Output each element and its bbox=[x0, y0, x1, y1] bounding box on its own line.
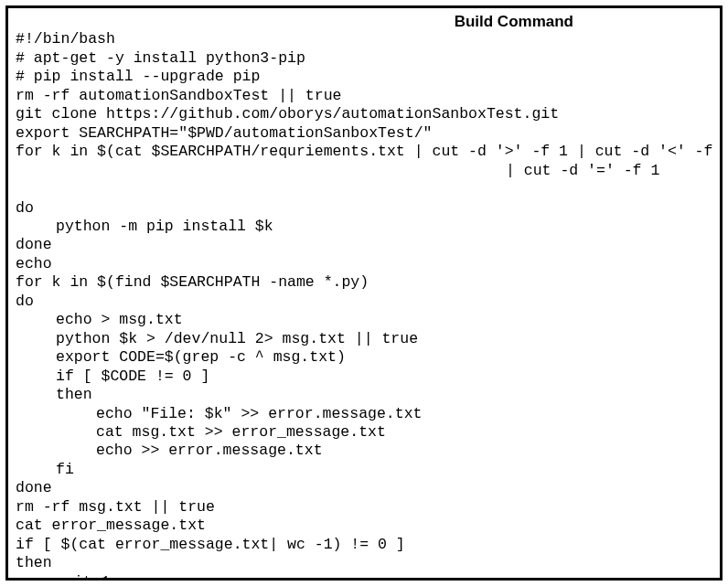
code-line: then bbox=[16, 554, 52, 571]
code-line: rm -rf automationSandboxTest || true bbox=[16, 87, 341, 104]
code-line: done bbox=[16, 236, 52, 253]
code-line: echo bbox=[16, 255, 52, 272]
panel-title: Build Command bbox=[455, 12, 573, 31]
code-line: if [ $(cat error_message.txt| wc -1) != … bbox=[16, 536, 405, 553]
code-line: done bbox=[16, 479, 52, 496]
code-line: for k in $(find $SEARCHPATH -name *.py) bbox=[16, 273, 369, 291]
code-line: do bbox=[16, 293, 34, 310]
code-line: rm -rf msg.txt || true bbox=[16, 498, 215, 516]
code-line: fi bbox=[16, 461, 74, 478]
code-line: python -m pip install $k bbox=[16, 218, 273, 235]
code-line: then bbox=[16, 386, 92, 403]
code-block: #!/bin/bash # apt-get -y install python3… bbox=[16, 12, 712, 581]
code-line: python $k > /dev/null 2> msg.txt || true bbox=[16, 330, 418, 347]
code-line: if [ $CODE != 0 ] bbox=[16, 368, 209, 385]
code-line: exit 1 bbox=[16, 573, 110, 581]
code-line: echo >> error.message.txt bbox=[16, 442, 323, 459]
code-line: # apt-get -y install python3-pip bbox=[16, 49, 305, 67]
code-line: for k in $(cat $SEARCHPATH/requriements.… bbox=[16, 143, 723, 160]
code-line: # pip install --upgrade pip bbox=[16, 68, 260, 85]
code-line: cat error_message.txt bbox=[16, 517, 206, 534]
code-line-continuation: | cut -d '=' -f 1 bbox=[16, 162, 712, 180]
code-line: export CODE=$(grep -c ^ msg.txt) bbox=[16, 348, 346, 366]
code-line: echo > msg.txt bbox=[16, 311, 183, 328]
code-line: cat msg.txt >> error_message.txt bbox=[16, 423, 386, 441]
code-line: #!/bin/bash bbox=[16, 30, 115, 48]
code-frame: Build Command #!/bin/bash # apt-get -y i… bbox=[5, 5, 723, 581]
code-line: export SEARCHPATH="$PWD/automationSanbox… bbox=[16, 124, 432, 142]
code-line: git clone https://github.com/oborys/auto… bbox=[16, 105, 559, 123]
code-line: do bbox=[16, 199, 34, 217]
code-line: echo "File: $k" >> error.message.txt bbox=[16, 405, 422, 422]
